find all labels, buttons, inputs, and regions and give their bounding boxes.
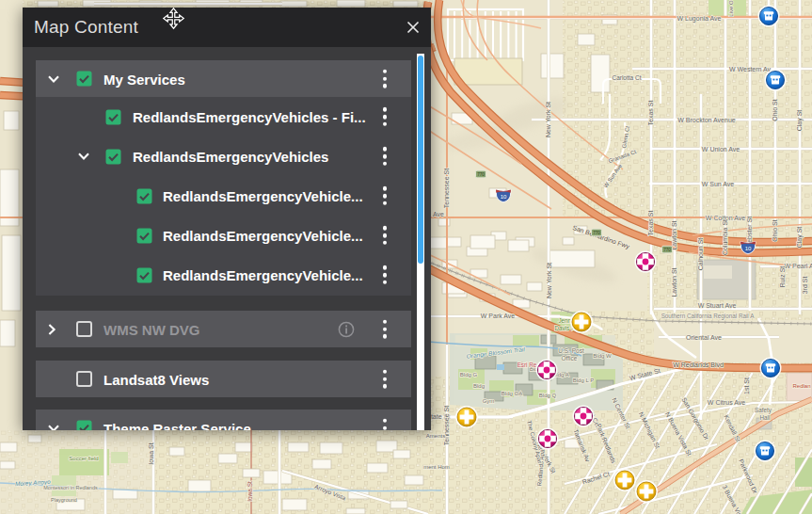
svg-text:Bldg OA: Bldg OA xyxy=(502,391,522,396)
svg-text:Safety: Safety xyxy=(755,407,772,414)
svg-text:Tennessee St: Tennessee St xyxy=(443,169,450,208)
svg-text:W Citrus Ave: W Citrus Ave xyxy=(708,399,745,406)
svg-text:New York St: New York St xyxy=(546,263,552,298)
svg-text:Lawton St: Lawton St xyxy=(671,220,677,249)
svg-text:Aments: Aments xyxy=(426,433,445,439)
svg-text:Iowa St: Iowa St xyxy=(247,481,253,502)
svg-text:Ruiz St: Ruiz St xyxy=(779,266,786,288)
svg-text:Playground: Playground xyxy=(51,497,77,503)
svg-text:New York St: New York St xyxy=(545,102,551,137)
svg-text:Bldg: Bldg xyxy=(473,383,485,389)
svg-text:Esri Re: Esri Re xyxy=(517,361,537,368)
svg-text:W Brockton Avenue: W Brockton Avenue xyxy=(677,117,735,123)
svg-text:1st St: 1st St xyxy=(743,377,750,394)
svg-text:ment Hom: ment Hom xyxy=(423,464,450,470)
svg-text:W Redlands Blvd: W Redlands Blvd xyxy=(673,361,724,368)
svg-text:Redlan: Redlan xyxy=(792,383,810,389)
svg-text:Ohio St: Ohio St xyxy=(772,219,778,241)
svg-text:W Lugonia Ave: W Lugonia Ave xyxy=(677,15,722,23)
svg-text:3rd St: 3rd St xyxy=(802,277,808,295)
svg-text:Clay St: Clay St xyxy=(796,110,804,132)
svg-text:W Sun Ave: W Sun Ave xyxy=(702,181,735,187)
svg-text:Texas St: Texas St xyxy=(647,211,654,236)
svg-text:Montessori in Redlands: Montessori in Redlands xyxy=(43,485,98,490)
svg-text:Hall: Hall xyxy=(760,414,771,421)
svg-text:Columbia St: Columbia St xyxy=(722,219,728,255)
svg-text:Lawton St: Lawton St xyxy=(671,267,677,297)
svg-text:Ohio St: Ohio St xyxy=(772,99,778,120)
svg-text:Bldg G: Bldg G xyxy=(460,372,478,377)
svg-text:Ave: Ave xyxy=(433,211,444,217)
svg-text:Bldg Q: Bldg Q xyxy=(539,393,557,398)
svg-text:Soccer field: Soccer field xyxy=(69,456,98,461)
svg-text:Office: Office xyxy=(562,355,578,361)
svg-text:W Western Av: W Western Av xyxy=(729,66,772,72)
svg-text:Bldg L P: Bldg L P xyxy=(573,377,594,383)
svg-text:Texas St: Texas St xyxy=(647,101,654,126)
svg-text:Calhoun St: Calhoun St xyxy=(697,238,704,271)
svg-text:Gym: Gym xyxy=(483,398,495,404)
svg-text:W Stuart Ave: W Stuart Ave xyxy=(698,302,737,309)
svg-text:W Park Ave: W Park Ave xyxy=(481,313,516,319)
svg-text:Oriental Ave: Oriental Ave xyxy=(686,334,722,341)
svg-text:W Union Ave: W Union Ave xyxy=(702,146,740,153)
svg-text:Southern California Regional R: Southern California Regional Rail A xyxy=(661,313,756,320)
svg-text:Live O: Live O xyxy=(728,0,734,17)
svg-text:Bldg W: Bldg W xyxy=(593,353,612,359)
svg-text:Iowa St: Iowa St xyxy=(148,442,154,464)
svg-text:W Pearl A: W Pearl A xyxy=(784,263,812,269)
svg-text:Tennessee St: Tennessee St xyxy=(443,406,450,445)
svg-text:Clay St: Clay St xyxy=(796,227,804,249)
svg-text:U.S. Post: U.S. Post xyxy=(558,347,584,354)
svg-text:Carlotta Ct: Carlotta Ct xyxy=(612,74,641,81)
